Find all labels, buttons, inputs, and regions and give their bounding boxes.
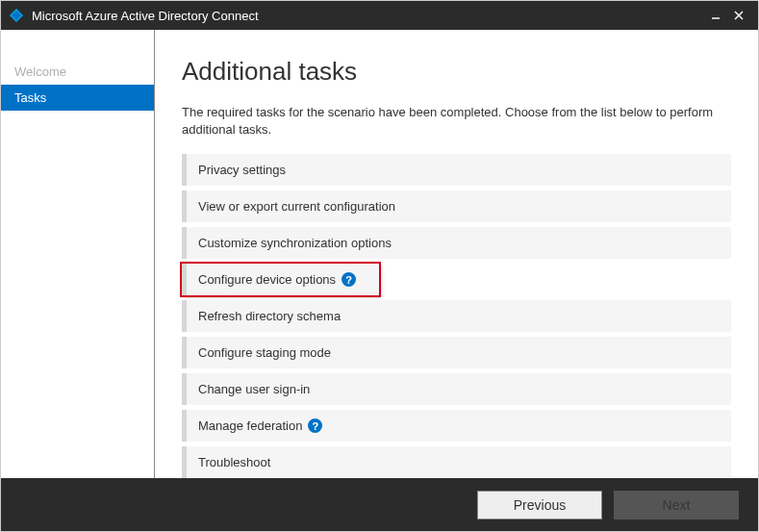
- task-label: Configure staging mode: [198, 345, 331, 360]
- task-item[interactable]: Troubleshoot: [182, 446, 731, 478]
- task-item[interactable]: Manage federation?: [182, 410, 731, 442]
- task-label: Refresh directory schema: [198, 309, 341, 323]
- task-item[interactable]: Change user sign-in: [182, 373, 731, 405]
- task-label: Configure device options: [198, 272, 336, 287]
- task-item[interactable]: Configure device options?: [182, 264, 379, 295]
- minimize-button[interactable]: [704, 4, 727, 27]
- task-label: Customize synchronization options: [198, 236, 392, 250]
- task-label: View or export current configuration: [198, 199, 395, 214]
- task-item[interactable]: View or export current configuration: [182, 190, 731, 222]
- task-item[interactable]: Refresh directory schema: [182, 300, 731, 332]
- close-button[interactable]: [727, 4, 750, 27]
- task-label: Manage federation: [198, 418, 302, 433]
- task-label: Troubleshoot: [198, 455, 270, 469]
- task-item[interactable]: Configure staging mode: [182, 337, 731, 368]
- azure-logo-icon: [9, 8, 24, 23]
- task-item[interactable]: Privacy settings: [182, 154, 731, 186]
- next-button: Next: [614, 491, 739, 519]
- body: Welcome Tasks Additional tasks The requi…: [1, 30, 758, 478]
- button-label: Next: [663, 497, 691, 513]
- task-label: Change user sign-in: [198, 382, 310, 396]
- page-description: The required tasks for the scenario have…: [182, 104, 731, 139]
- sidebar-item-welcome[interactable]: Welcome: [1, 59, 154, 85]
- previous-button[interactable]: Previous: [477, 491, 602, 519]
- window-title: Microsoft Azure Active Directory Connect: [32, 9, 704, 23]
- button-label: Previous: [514, 497, 566, 513]
- help-icon[interactable]: ?: [342, 272, 356, 287]
- footer: Previous Next: [1, 478, 758, 531]
- sidebar-item-tasks[interactable]: Tasks: [1, 85, 154, 111]
- sidebar-item-label: Tasks: [14, 90, 46, 105]
- page-title: Additional tasks: [182, 57, 731, 87]
- task-list: Privacy settingsView or export current c…: [182, 154, 731, 478]
- task-item[interactable]: Customize synchronization options: [182, 227, 731, 259]
- task-label: Privacy settings: [198, 163, 286, 177]
- sidebar: Welcome Tasks: [1, 30, 155, 478]
- help-icon[interactable]: ?: [308, 418, 322, 433]
- titlebar: Microsoft Azure Active Directory Connect: [1, 1, 758, 30]
- sidebar-item-label: Welcome: [14, 64, 66, 79]
- main-panel: Additional tasks The required tasks for …: [155, 30, 758, 478]
